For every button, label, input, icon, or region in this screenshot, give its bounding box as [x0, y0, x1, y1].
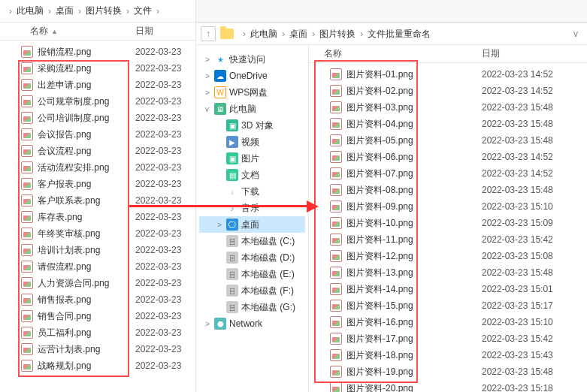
file-row[interactable]: 图片资料-15.png2022-03-23 15:17: [309, 297, 587, 314]
file-row[interactable]: 图片资料-16.png2022-03-23 15:10: [309, 314, 587, 330]
tree-item-label: 图片: [241, 152, 259, 165]
file-row[interactable]: 活动流程安排.png2022-03-23: [0, 159, 195, 176]
file-row[interactable]: 图片资料-11.png2022-03-23 15:42: [309, 231, 587, 248]
expand-icon[interactable]: >: [205, 89, 214, 97]
file-row[interactable]: 年终奖审核.png2022-03-23: [0, 225, 195, 242]
file-row[interactable]: 库存表.png2022-03-23: [0, 209, 195, 225]
file-row[interactable]: 图片资料-01.png2022-03-23 14:52: [309, 66, 587, 83]
left-breadcrumb[interactable]: › 此电脑› 桌面› 图片转换› 文件›: [0, 0, 195, 23]
file-name: 库存表.png: [38, 211, 135, 224]
tree-item[interactable]: >⬣Network: [199, 315, 305, 332]
file-row[interactable]: 图片资料-18.png2022-03-23 15:43: [309, 347, 587, 363]
file-row[interactable]: 报销流程.png2022-03-23: [0, 44, 195, 60]
tree-item[interactable]: ⌸本地磁盘 (F:): [199, 282, 305, 299]
tree-item[interactable]: ▣图片: [199, 150, 305, 167]
tree-item[interactable]: ▤文档: [199, 167, 305, 183]
file-row[interactable]: 公司培训制度.png2022-03-23: [0, 110, 195, 126]
expand-icon[interactable]: >: [205, 56, 214, 64]
file-row[interactable]: 图片资料-06.png2022-03-23 14:52: [309, 149, 587, 165]
file-row[interactable]: 图片资料-20.png2022-03-23 15:18: [309, 380, 587, 392]
col-name-header[interactable]: 名称▲: [0, 25, 135, 38]
file-row[interactable]: 图片资料-12.png2022-03-23 15:08: [309, 248, 587, 264]
crumb[interactable]: 桌面: [289, 28, 307, 41]
file-row[interactable]: 运营计划表.png2022-03-23: [0, 341, 195, 357]
file-row[interactable]: 图片资料-14.png2022-03-23 15:01: [309, 281, 587, 297]
expand-icon[interactable]: v: [205, 105, 214, 113]
file-row[interactable]: 图片资料-10.png2022-03-23 15:09: [309, 215, 587, 231]
tree-item[interactable]: ▶视频: [199, 134, 305, 150]
file-row[interactable]: 公司规章制度.png2022-03-23: [0, 93, 195, 110]
file-name: 图片资料-12.png: [346, 250, 482, 263]
sort-asc-icon[interactable]: ▲: [51, 28, 58, 35]
file-row[interactable]: 图片资料-05.png2022-03-23 15:48: [309, 132, 587, 149]
file-row[interactable]: 图片资料-07.png2022-03-23 14:52: [309, 165, 587, 182]
crumb[interactable]: 桌面: [56, 5, 74, 17]
file-name: 图片资料-13.png: [346, 267, 482, 279]
file-row[interactable]: 销售报表.png2022-03-23: [0, 291, 195, 308]
file-row[interactable]: 图片资料-19.png2022-03-23 15:48: [309, 363, 587, 380]
file-row[interactable]: 图片资料-13.png2022-03-23 15:48: [309, 264, 587, 281]
crumb[interactable]: 此电脑: [250, 28, 277, 41]
crumb[interactable]: 文件批量重命名: [368, 28, 431, 41]
file-row[interactable]: 客户联系表.png2022-03-23: [0, 192, 195, 209]
file-row[interactable]: 图片资料-03.png2022-03-23 15:48: [309, 99, 587, 116]
tree-item[interactable]: >WWPS网盘: [199, 84, 305, 101]
file-row[interactable]: 客户报表.png2022-03-23: [0, 176, 195, 192]
file-date: 2022-03-23 15:48: [482, 135, 587, 146]
file-row[interactable]: 战略规划.png2022-03-23: [0, 357, 195, 374]
file-row[interactable]: 图片资料-08.png2022-03-23 15:48: [309, 182, 587, 198]
crumb[interactable]: 文件: [134, 5, 152, 17]
crumb-expand-icon[interactable]: v: [569, 29, 582, 39]
expand-icon[interactable]: >: [217, 221, 226, 229]
tree-item[interactable]: ↓下载: [199, 183, 305, 200]
expand-icon[interactable]: >: [205, 72, 214, 80]
col-name-header[interactable]: 名称: [309, 47, 482, 60]
file-name: 图片资料-01.png: [346, 68, 482, 81]
tree-item[interactable]: >🖵桌面: [199, 216, 305, 233]
file-date: 2022-03-23 15:18: [482, 383, 587, 392]
crumb[interactable]: 图片转换: [319, 28, 356, 41]
file-row[interactable]: 销售合同.png2022-03-23: [0, 308, 195, 324]
file-date: 2022-03-23 15:09: [482, 218, 587, 228]
tree-item[interactable]: ⌸本地磁盘 (D:): [199, 249, 305, 266]
file-name: 图片资料-15.png: [346, 300, 482, 312]
file-row[interactable]: 出差申请.png2022-03-23: [0, 77, 195, 93]
tree-item[interactable]: ▣3D 对象: [199, 117, 305, 134]
tree-item[interactable]: v🖥此电脑: [199, 101, 305, 117]
tree-item[interactable]: ⌸本地磁盘 (E:): [199, 266, 305, 282]
tree-item[interactable]: ⌸本地磁盘 (C:): [199, 233, 305, 249]
file-row[interactable]: 请假流程.png2022-03-23: [0, 258, 195, 275]
image-file-icon: [21, 62, 33, 74]
col-date-header[interactable]: 日期: [482, 47, 587, 60]
tree-item-icon: 🖵: [226, 219, 238, 231]
file-row[interactable]: 采购流程.png2022-03-23: [0, 60, 195, 77]
right-column-headers: 名称 日期: [309, 45, 587, 63]
file-row[interactable]: 图片资料-04.png2022-03-23 15:48: [309, 116, 587, 132]
crumb[interactable]: 此电脑: [17, 5, 44, 17]
tree-item-icon: ★: [214, 53, 226, 65]
right-breadcrumb[interactable]: ↑ › 此电脑› 桌面› 图片转换› 文件批量重命名 v: [196, 23, 587, 45]
crumb[interactable]: 图片转换: [86, 5, 122, 17]
file-name: 销售报表.png: [38, 294, 135, 306]
tree-item[interactable]: >☁OneDrive: [199, 68, 305, 84]
file-date: 2022-03-23 15:43: [482, 350, 587, 360]
file-row[interactable]: 员工福利.png2022-03-23: [0, 324, 195, 341]
file-row[interactable]: 会议报告.png2022-03-23: [0, 126, 195, 143]
tree-item[interactable]: ⌸本地磁盘 (G:): [199, 299, 305, 315]
expand-icon[interactable]: >: [205, 320, 214, 328]
file-row[interactable]: 图片资料-09.png2022-03-23 15:10: [309, 198, 587, 215]
up-button-icon[interactable]: ↑: [201, 26, 216, 41]
file-date: 2022-03-23 15:01: [482, 284, 587, 294]
file-row[interactable]: 培训计划表.png2022-03-23: [0, 242, 195, 258]
file-row[interactable]: 图片资料-02.png2022-03-23 14:52: [309, 83, 587, 99]
file-row[interactable]: 人力资源合同.png2022-03-23: [0, 275, 195, 291]
tree-item[interactable]: >★快速访问: [199, 51, 305, 68]
file-row[interactable]: 图片资料-17.png2022-03-23 15:42: [309, 330, 587, 347]
image-file-icon: [21, 343, 33, 355]
col-date-header[interactable]: 日期: [135, 25, 195, 38]
tree-item[interactable]: ♪音乐: [199, 200, 305, 216]
file-name: 图片资料-19.png: [346, 366, 482, 378]
tree-item-label: 文档: [241, 169, 259, 182]
file-row[interactable]: 会议流程.png2022-03-23: [0, 143, 195, 159]
file-name: 年终奖审核.png: [38, 228, 135, 240]
